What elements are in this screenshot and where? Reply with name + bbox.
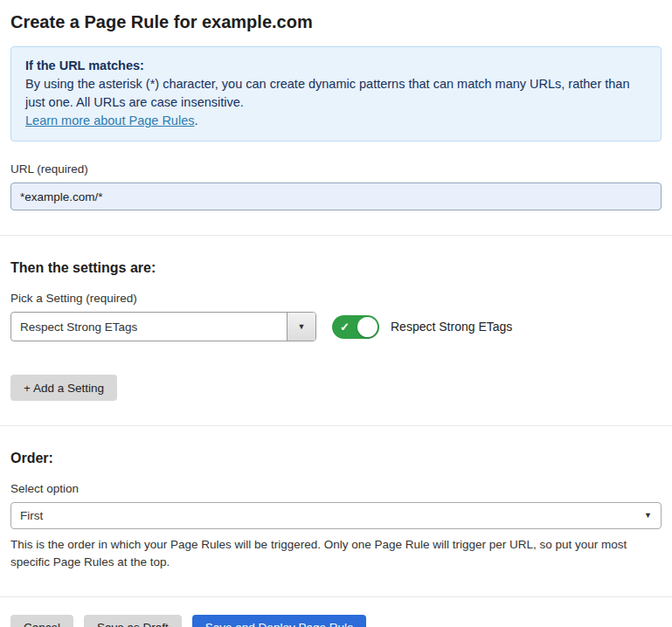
order-section-heading: Order: [10,451,662,466]
url-match-info-box: If the URL matches: By using the asteris… [10,46,662,141]
order-help-text: This is the order in which your Page Rul… [10,536,662,572]
learn-more-link[interactable]: Learn more about Page Rules [25,114,194,127]
setting-select-caret-button[interactable]: ▼ [287,313,315,341]
toggle-label: Respect Strong ETags [391,320,512,334]
divider [0,596,672,597]
info-box-link-line: Learn more about Page Rules. [25,112,647,130]
url-label: URL (required) [10,162,662,176]
setting-select-value: Respect Strong ETags [11,320,137,334]
setting-select[interactable]: Respect Strong ETags ▼ [10,312,316,341]
url-input[interactable] [10,183,662,210]
respect-etags-toggle[interactable]: ✓ [332,315,379,339]
create-page-rule-form: Create a Page Rule for example.com If th… [0,0,672,627]
footer-actions: Cancel Save as Draft Save and Deploy Pag… [10,615,662,627]
order-select[interactable]: First ▼ [10,502,662,529]
divider [0,425,672,426]
info-box-body: By using the asterisk (*) character, you… [25,75,647,112]
cancel-button[interactable]: Cancel [10,615,73,627]
check-icon: ✓ [340,320,350,334]
page-title: Create a Page Rule for example.com [10,12,662,32]
toggle-knob [357,317,378,337]
setting-row: Respect Strong ETags ▼ ✓ Respect Strong … [10,312,662,341]
save-draft-button[interactable]: Save as Draft [84,615,182,627]
pick-setting-label: Pick a Setting (required) [10,292,662,305]
settings-section-heading: Then the settings are: [10,260,662,276]
divider [0,235,672,236]
chevron-down-icon: ▼ [298,323,306,331]
link-suffix: . [194,114,197,127]
save-deploy-button[interactable]: Save and Deploy Page Rule [192,615,367,627]
order-select-label: Select option [10,482,662,495]
add-setting-button[interactable]: + Add a Setting [10,375,117,401]
order-select-value: First [20,509,43,522]
chevron-down-icon: ▼ [644,512,652,520]
info-box-heading: If the URL matches: [25,57,647,75]
